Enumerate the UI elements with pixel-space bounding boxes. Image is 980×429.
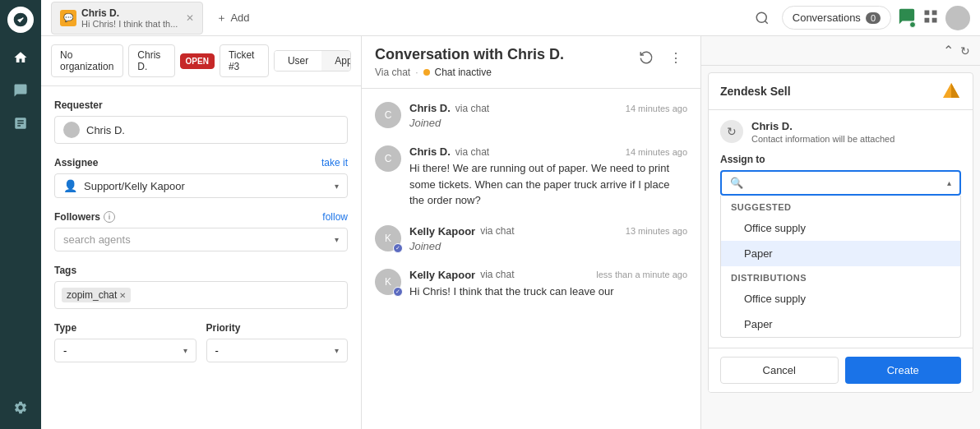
followers-label: Followers i follow: [54, 211, 348, 223]
take-it-link[interactable]: take it: [321, 157, 348, 168]
breadcrumb: No organization Chris D. OPEN Ticket #3 …: [41, 36, 361, 86]
requester-label: Requester: [54, 99, 348, 111]
chat-header-actions: ⋮: [635, 46, 687, 69]
dropdown-item-paper-dist[interactable]: Paper: [721, 311, 960, 337]
msg-avatar: K ✓: [375, 269, 401, 295]
chat-status-dot: [423, 69, 430, 76]
grid-view-button[interactable]: [922, 8, 939, 27]
msg-header: Chris D. via chat 14 minutes ago: [409, 102, 687, 114]
tag-remove-btn[interactable]: ✕: [119, 291, 126, 300]
top-bar-actions: Conversations 0: [749, 5, 970, 31]
msg-header: Kelly Kapoor via chat less than a minute…: [409, 269, 687, 281]
sidebar-item-home[interactable]: [6, 43, 35, 72]
sidebar-nav: [0, 0, 41, 429]
right-panel: ⌃ ↻ Zendesk Sell ↻: [700, 36, 980, 429]
tab-apps[interactable]: Apps: [321, 51, 351, 71]
assign-chevron-up-icon: ▴: [947, 178, 951, 187]
search-button[interactable]: [749, 5, 775, 31]
breadcrumb-open-badge: OPEN: [180, 53, 215, 69]
breadcrumb-no-org[interactable]: No organization: [51, 44, 123, 77]
online-indicator: [909, 21, 916, 28]
refresh-button[interactable]: ↻: [960, 44, 970, 58]
type-label: Type: [54, 322, 196, 334]
search-agents-input[interactable]: search agents ▾: [54, 228, 348, 251]
assignee-label: Assignee take it: [54, 157, 348, 168]
type-priority-row: Type - ▾ Priority - ▾: [54, 322, 348, 376]
message-row: K ✓ Kelly Kapoor via chat less than a mi…: [375, 269, 687, 300]
tab-close-btn[interactable]: ✕: [186, 12, 194, 24]
search-agents-chevron-icon: ▾: [335, 235, 339, 244]
svg-marker-3: [951, 83, 959, 98]
conversations-button[interactable]: Conversations 0: [782, 6, 891, 30]
msg-avatar: C: [375, 102, 401, 128]
tags-input[interactable]: zopim_chat ✕: [54, 281, 348, 309]
contact-row: ↻ Chris D. Contact information will be a…: [720, 120, 961, 144]
person-icon: 👤: [63, 179, 77, 192]
widget-header: Zendesk Sell: [709, 73, 973, 110]
contact-name: Chris D.: [751, 120, 961, 132]
distributions-section-header: Distributions: [721, 266, 960, 286]
tab-user: Chris D. Hi Chris! I think that th...: [81, 7, 178, 29]
widget-logo-icon: [941, 81, 961, 101]
requester-section: Requester Chris D.: [54, 99, 348, 144]
conversations-badge: 0: [866, 12, 881, 24]
msg-header: Kelly Kapoor via chat 13 minutes ago: [409, 225, 687, 238]
priority-select[interactable]: - ▾: [206, 339, 349, 362]
breadcrumb-user[interactable]: Chris D.: [128, 44, 174, 77]
create-button[interactable]: Create: [845, 357, 962, 384]
type-select[interactable]: - ▾: [54, 339, 196, 362]
breadcrumb-ticket[interactable]: Ticket #3: [220, 44, 269, 77]
chat-header: Conversation with Chris D. Via chat · Ch…: [362, 36, 700, 89]
collapse-button[interactable]: ⌃: [943, 43, 954, 58]
top-bar: 💬 Chris D. Hi Chris! I think that th... …: [41, 0, 980, 36]
chat-title: Conversation with Chris D.: [375, 46, 564, 63]
message-row: C Chris D. via chat 14 minutes ago Joine…: [375, 102, 687, 129]
dropdown-item-paper-suggested[interactable]: Paper: [721, 241, 960, 266]
requester-input[interactable]: Chris D.: [54, 116, 348, 144]
contact-info: Chris D. Contact information will be att…: [751, 120, 961, 144]
assign-search-icon: 🔍: [730, 177, 743, 189]
dropdown-list: Suggested Office supply Paper Distributi…: [720, 196, 961, 338]
status-button[interactable]: [898, 7, 916, 28]
type-section: Type - ▾: [54, 322, 196, 362]
msg-avatar: C: [375, 145, 401, 172]
priority-section: Priority - ▾: [206, 322, 349, 362]
user-avatar[interactable]: [945, 6, 970, 30]
message-row: C Chris D. via chat 14 minutes ago Hi th…: [375, 145, 687, 209]
contact-sub: Contact information will be attached: [751, 134, 961, 144]
cancel-button[interactable]: Cancel: [720, 357, 839, 384]
msg-avatar: K ✓: [375, 225, 401, 251]
right-panel-header: ⌃ ↻: [701, 36, 980, 66]
chat-status-text: Chat inactive: [435, 67, 492, 78]
dropdown-item-office-supply-dist[interactable]: Office supply: [721, 286, 960, 311]
assignee-select[interactable]: 👤 Support/Kelly Kapoor ▾: [54, 173, 348, 198]
followers-info-icon[interactable]: i: [104, 211, 115, 223]
msg-header: Chris D. via chat 14 minutes ago: [409, 145, 687, 158]
more-options-button[interactable]: ⋮: [664, 46, 687, 69]
assign-label: Assign to: [720, 154, 961, 165]
avatar-badge: ✓: [393, 287, 403, 297]
svg-point-1: [756, 12, 766, 22]
dropdown-item-office-supply-suggested[interactable]: Office supply: [721, 215, 960, 241]
msg-content: Kelly Kapoor via chat less than a minute…: [409, 269, 687, 300]
add-button[interactable]: ＋ Add: [210, 7, 256, 29]
widget-footer: Cancel Create: [709, 348, 973, 392]
assign-search-input[interactable]: [750, 177, 941, 189]
assign-dropdown: 🔍 ▴ Suggested Office supply Paper Distri…: [720, 170, 961, 338]
assignee-section: Assignee take it 👤 Support/Kelly Kapoor …: [54, 157, 348, 198]
app-logo[interactable]: [7, 7, 34, 33]
requester-avatar: [63, 122, 80, 138]
sidebar-item-settings[interactable]: [6, 393, 35, 422]
main-container: 💬 Chris D. Hi Chris! I think that th... …: [41, 0, 980, 429]
sidebar-item-reports[interactable]: [6, 108, 35, 138]
sidebar-item-tickets[interactable]: [6, 76, 35, 105]
follow-link[interactable]: follow: [322, 211, 348, 223]
content-area: No organization Chris D. OPEN Ticket #3 …: [41, 36, 980, 429]
history-button[interactable]: [635, 46, 658, 69]
assign-input-wrapper[interactable]: 🔍 ▴: [720, 170, 961, 196]
chat-meta: Via chat · Chat inactive: [375, 67, 564, 78]
tab-user[interactable]: User: [275, 51, 321, 71]
active-tab[interactable]: 💬 Chris D. Hi Chris! I think that th... …: [51, 2, 203, 35]
contact-icon: ↻: [720, 120, 743, 143]
tab-icon: 💬: [60, 10, 76, 26]
